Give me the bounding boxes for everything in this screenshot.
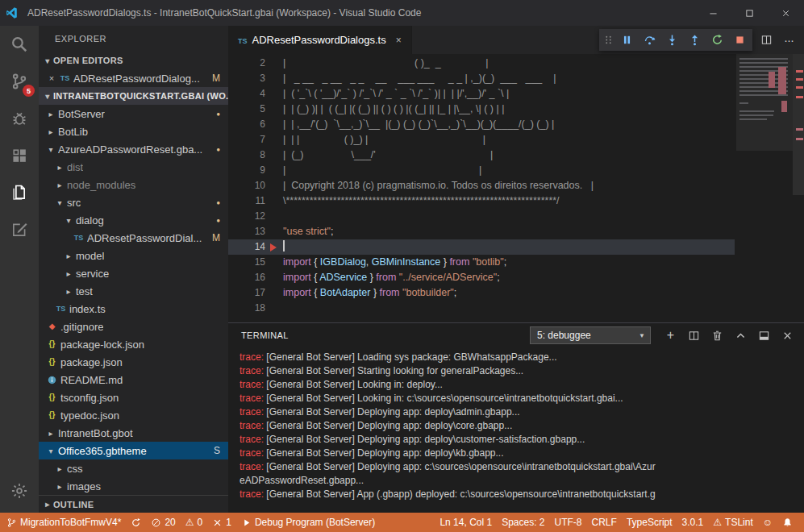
- tree-item-package-json[interactable]: {}package.json: [39, 353, 228, 371]
- status-tslint[interactable]: ⚠TSLint: [708, 513, 757, 532]
- code-line[interactable]: 7| | | ( )_) | |: [228, 132, 735, 148]
- terminal-selector[interactable]: 5: debuggee ▼: [530, 326, 651, 344]
- tree-item-index-ts[interactable]: TSindex.ts: [39, 300, 228, 318]
- code-line[interactable]: 2| ( )_ _ |: [228, 56, 735, 71]
- tree-item-package-lock-json[interactable]: {}package-lock.json: [39, 335, 228, 353]
- tree-item-service[interactable]: ▸service: [39, 264, 228, 282]
- tree-item-node-modules[interactable]: ▸node_modules: [39, 176, 228, 193]
- step-over-button[interactable]: [638, 30, 660, 50]
- terminal-trash-button[interactable]: [707, 326, 727, 346]
- text-cursor: [283, 240, 285, 251]
- terminal-output[interactable]: trace: [General Bot Server] Loading sys …: [228, 347, 804, 513]
- grip-button[interactable]: [601, 30, 615, 50]
- split-button[interactable]: [756, 30, 777, 51]
- tree-item-botlib[interactable]: ▸BotLib: [39, 123, 228, 140]
- status-crlf[interactable]: CRLF: [587, 513, 622, 532]
- code-line[interactable]: 12: [228, 209, 735, 224]
- sidebar-explorer: EXPLORER ▾ OPEN EDITORS ×TSADResetPasswo…: [39, 26, 228, 513]
- status-ln-14-col-1[interactable]: Ln 14, Col 1: [435, 513, 497, 532]
- code-area[interactable]: 2| ( )_ _ |3| _ __ _ __ _ _ __ ___ ___ _…: [228, 54, 735, 322]
- tree-item-dialog[interactable]: ▾dialog●: [39, 211, 228, 229]
- tree-item-botserver[interactable]: ▸BotServer●: [39, 105, 228, 123]
- terminal-collapse-button[interactable]: [731, 326, 751, 346]
- code-line[interactable]: 15import { IGBDialog, GBMinInstance } fr…: [228, 255, 735, 270]
- terminal-add-button[interactable]: +: [660, 326, 681, 346]
- status-sync[interactable]: [126, 513, 146, 532]
- code-line[interactable]: 9| |: [228, 163, 735, 178]
- code-editor[interactable]: 2| ( )_ _ |3| _ __ _ __ _ _ __ ___ ___ _…: [228, 54, 804, 322]
- activity-search[interactable]: [0, 26, 39, 63]
- stop-button[interactable]: [728, 30, 751, 50]
- tab-active[interactable]: TS ADResetPasswordDialogs.ts ×: [228, 26, 412, 54]
- code-line[interactable]: 18: [228, 301, 735, 316]
- code-text: "use strict";: [265, 224, 333, 239]
- close-button[interactable]: [768, 0, 804, 26]
- pause-button[interactable]: [615, 30, 638, 50]
- activity-extensions[interactable]: [0, 137, 39, 174]
- tree-item-intranetbot-gbot[interactable]: ▸IntranetBot.gbot: [39, 424, 228, 442]
- maximize-button[interactable]: [731, 0, 768, 26]
- activity-debug[interactable]: [0, 100, 39, 137]
- status-debug-program-botserver[interactable]: Debug Program (BotServer): [236, 513, 380, 532]
- status-smiley[interactable]: ☺: [758, 513, 777, 532]
- terminal-split-button[interactable]: [684, 326, 704, 346]
- tab-close-icon[interactable]: ×: [396, 35, 402, 46]
- tree-item-typedoc-json[interactable]: {}typedoc.json: [39, 406, 228, 424]
- open-editors-label: OPEN EDITORS: [53, 56, 123, 65]
- status-utf-8[interactable]: UTF-8: [550, 513, 587, 532]
- tree-item-readme-md[interactable]: README.md: [39, 371, 228, 389]
- code-line[interactable]: 16import { ADService } from "../service/…: [228, 270, 735, 285]
- activity-settings[interactable]: [0, 472, 39, 509]
- status-migrationtobotfmwv4[interactable]: MigrationToBotFmwV4*: [2, 513, 126, 532]
- status-20[interactable]: 20: [146, 513, 180, 532]
- code-line[interactable]: 11\*************************************…: [228, 193, 735, 209]
- code-line[interactable]: 8| (_) \___/' |: [228, 148, 735, 163]
- workspace-header[interactable]: ▾ INTRANETBOTQUICKSTART.GBAI (WO...: [39, 87, 228, 105]
- code-line[interactable]: 6| | ,__/'(_) `\__,_)`\__ |(_) (_) (_)`\…: [228, 117, 735, 132]
- open-editor-item[interactable]: ×TSADResetPasswordDialog...M: [39, 69, 228, 87]
- scrollbar[interactable]: [793, 54, 804, 322]
- status-3-0-1[interactable]: 3.0.1: [677, 513, 709, 532]
- status-typescript[interactable]: TypeScript: [622, 513, 677, 532]
- tree-item-azureadpasswordreset-gba[interactable]: ▾AzureADPasswordReset.gba...●: [39, 140, 228, 158]
- tree-item-css[interactable]: ▸css: [39, 459, 228, 477]
- status-1[interactable]: 1: [207, 513, 236, 532]
- tree-item-tsconfig-json[interactable]: {}tsconfig.json: [39, 389, 228, 406]
- code-line[interactable]: 5| | (_) )| | ( (_| |( (_) || ( ) ( ) |(…: [228, 102, 735, 117]
- tree-item-src[interactable]: ▾src●: [39, 193, 228, 211]
- terminal-close-button[interactable]: [777, 326, 798, 346]
- code-line[interactable]: 3| _ __ _ __ _ _ __ ___ ___ _ _ | ,_)(_)…: [228, 71, 735, 86]
- close-icon[interactable]: ×: [45, 73, 58, 83]
- ellipsis-button[interactable]: ···: [778, 30, 799, 51]
- code-line[interactable]: 4| ( '_`\ ( '__)/'_` ) /'_`\ /' _ ` _ `\…: [228, 86, 735, 102]
- tree-item-test[interactable]: ▸test: [39, 282, 228, 300]
- scrollbar-slider[interactable]: [793, 54, 804, 195]
- code-line[interactable]: 10| Copyright 2018 (c) pragmatismo.io. T…: [228, 178, 735, 193]
- code-line[interactable]: 13"use strict";: [228, 224, 735, 239]
- status-spaces-2[interactable]: Spaces: 2: [497, 513, 549, 532]
- terminal-tab[interactable]: TERMINAL: [241, 330, 289, 340]
- chevron-right-icon: ▸: [54, 482, 65, 491]
- code-line[interactable]: 14: [228, 239, 735, 255]
- step-into-button[interactable]: [660, 30, 683, 50]
- tree-item-adresetpassworddial[interactable]: TSADResetPasswordDial...M: [39, 229, 228, 247]
- restart-button[interactable]: [706, 30, 728, 50]
- minimap[interactable]: [736, 54, 793, 322]
- status-0[interactable]: ⚠0: [181, 513, 207, 532]
- tree-item-gitignore[interactable]: ◆.gitignore: [39, 318, 228, 335]
- step-out-button[interactable]: [683, 30, 706, 50]
- tree-item-office365-gbtheme[interactable]: ▾Office365.gbthemeS: [39, 442, 228, 459]
- open-editors-header[interactable]: ▾ OPEN EDITORS: [39, 52, 228, 69]
- code-line[interactable]: 17import { BotAdapter } from "botbuilder…: [228, 285, 735, 301]
- status-bell[interactable]: [777, 513, 798, 532]
- tree-item-dist[interactable]: ▸dist: [39, 158, 228, 176]
- activity-edit[interactable]: [0, 211, 39, 248]
- ts-icon: TS: [58, 75, 72, 82]
- terminal-panel-button[interactable]: [754, 326, 774, 346]
- activity-explorer[interactable]: [0, 174, 39, 211]
- outline-header[interactable]: ▸ OUTLINE: [39, 495, 228, 513]
- activity-source-control[interactable]: 5: [0, 63, 39, 100]
- minimize-button[interactable]: [695, 0, 731, 26]
- tree-item-images[interactable]: ▸images: [39, 477, 228, 495]
- tree-item-model[interactable]: ▸model: [39, 247, 228, 264]
